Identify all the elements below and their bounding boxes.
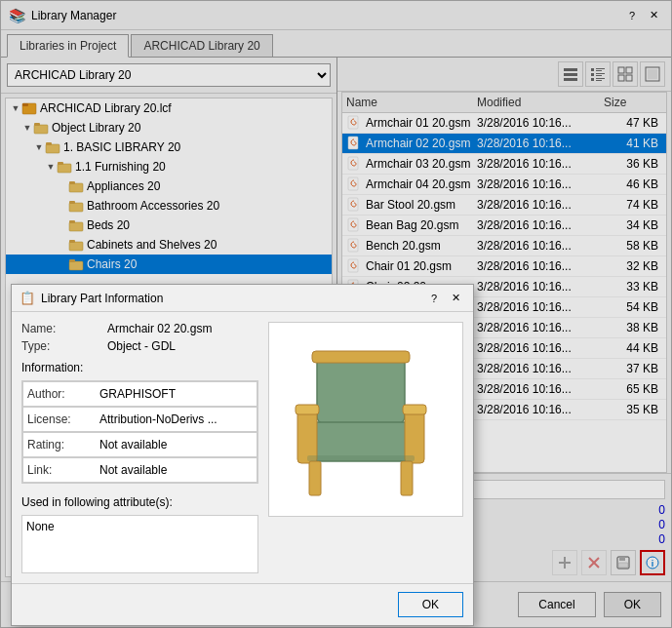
modal-scroll-label-3: Link: <box>27 463 96 477</box>
modal-scroll-value-2: Not available <box>99 438 167 451</box>
svg-rect-67 <box>403 405 426 414</box>
modal-body: Name: Armchair 02 20.gsm Type: Object - … <box>12 312 473 583</box>
modal-scroll-row-2: Rating: Not available <box>22 432 257 457</box>
library-part-info-modal: 📋 Library Part Information ? ✕ Name: Arm… <box>11 284 474 626</box>
modal-scroll-row-3: Link: Not available <box>22 457 257 483</box>
modal-info-section: Name: Armchair 02 20.gsm Type: Object - … <box>21 322 258 573</box>
svg-rect-68 <box>309 461 321 495</box>
modal-app-icon: 📋 <box>20 291 35 305</box>
chair-preview-svg <box>288 336 444 502</box>
modal-used-label: Used in following attribute(s): <box>21 495 258 509</box>
modal-title-bar: 📋 Library Part Information ? ✕ <box>12 285 473 312</box>
modal-name-value: Armchair 02 20.gsm <box>107 322 212 335</box>
modal-type-row: Type: Object - GDL <box>21 339 258 353</box>
svg-rect-61 <box>317 356 405 424</box>
modal-preview <box>268 322 463 517</box>
modal-scroll-value-3: Not available <box>99 463 167 477</box>
modal-title: Library Part Information <box>41 292 163 305</box>
modal-scroll-value-0: GRAPHISOFT <box>99 387 176 401</box>
modal-help-button[interactable]: ? <box>424 289 444 308</box>
svg-rect-64 <box>297 410 317 463</box>
main-window: 📚 Library Manager ? ✕ Libraries in Proje… <box>0 0 672 628</box>
modal-name-label: Name: <box>21 322 99 335</box>
svg-rect-70 <box>307 455 415 461</box>
modal-footer: OK <box>12 583 473 625</box>
modal-close-button[interactable]: ✕ <box>446 289 465 308</box>
svg-rect-62 <box>312 351 410 363</box>
svg-rect-66 <box>296 405 319 414</box>
modal-scroll-row-1: License: Attribution-NoDerivs ... <box>22 407 257 432</box>
modal-type-label: Type: <box>21 339 99 353</box>
modal-info-label: Information: <box>21 361 258 374</box>
svg-rect-69 <box>401 461 413 495</box>
modal-name-row: Name: Armchair 02 20.gsm <box>21 322 258 335</box>
modal-scroll-value-1: Attribution-NoDerivs ... <box>99 412 217 426</box>
modal-ok-button[interactable]: OK <box>398 592 463 617</box>
modal-scroll-label-0: Author: <box>27 387 96 401</box>
modal-type-value: Object - GDL <box>107 339 176 353</box>
modal-scroll-label-1: License: <box>27 412 96 426</box>
modal-scroll-label-2: Rating: <box>27 438 96 451</box>
modal-used-list: None <box>21 515 258 573</box>
modal-scrollable-info: Author: GRAPHISOFT License: Attribution-… <box>21 380 258 484</box>
svg-rect-65 <box>405 410 424 463</box>
modal-scroll-row-0: Author: GRAPHISOFT <box>22 381 257 407</box>
modal-used-value: None <box>26 520 55 533</box>
